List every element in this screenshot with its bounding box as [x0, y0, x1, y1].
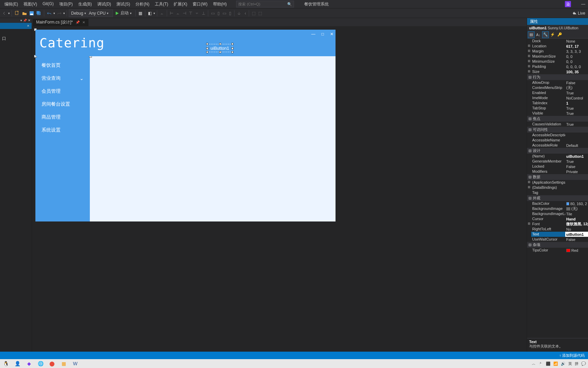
- spacing-icon[interactable]: ⫝: [236, 10, 242, 17]
- property-row[interactable]: ⊞Size100, 35: [527, 69, 588, 74]
- menu-item[interactable]: 工具(T): [152, 0, 171, 8]
- property-category[interactable]: ⊟设计: [527, 148, 588, 154]
- properties-object-selector[interactable]: uiButton1 Sunny.UI.UIButton: [527, 25, 588, 31]
- designer-surface[interactable]: ▣ ▣ ▣ Catering — □ ✕ uiButton1: [32, 26, 527, 352]
- align-center-icon[interactable]: ⫠: [175, 10, 181, 17]
- tray-icon[interactable]: 💬: [581, 362, 586, 366]
- properties-icon[interactable]: 🔧: [542, 31, 549, 38]
- save-all-icon[interactable]: [35, 10, 42, 17]
- property-row[interactable]: BackgroundImageLayoutTile: [527, 211, 588, 216]
- property-row[interactable]: AccessibleDescription: [527, 133, 588, 138]
- collapse-icon[interactable]: ⊟: [528, 127, 532, 132]
- menu-item[interactable]: 生成(B): [76, 0, 95, 8]
- property-row[interactable]: ⊞Location617, 17: [527, 44, 588, 49]
- resize-handle[interactable]: [206, 43, 208, 45]
- menu-item[interactable]: 编辑(E): [2, 0, 21, 8]
- collapse-icon[interactable]: ⊟: [528, 117, 532, 121]
- spacing-icon[interactable]: ⫞: [243, 10, 247, 17]
- dropdown-icon[interactable]: ▾: [8, 12, 10, 15]
- property-row[interactable]: ImeModeNoControl: [527, 95, 588, 101]
- property-category[interactable]: ⊟杂项: [527, 242, 588, 248]
- property-row[interactable]: AccessibleName: [527, 138, 588, 143]
- menu-item[interactable]: 窗口(W): [190, 0, 210, 8]
- minimize-icon[interactable]: —: [581, 2, 585, 6]
- nav-menu-item[interactable]: 商品管理: [35, 111, 90, 124]
- taskbar-app-icon[interactable]: ⬤: [48, 360, 56, 367]
- nav-menu-item[interactable]: 营业查询⌄: [35, 72, 90, 85]
- resize-handle[interactable]: [231, 43, 233, 45]
- resize-handle[interactable]: [231, 51, 233, 53]
- user-badge[interactable]: 染: [565, 1, 571, 7]
- close-icon[interactable]: ✕: [27, 24, 30, 28]
- property-row[interactable]: ⊞Padding0, 0, 0, 0: [527, 64, 588, 69]
- close-icon[interactable]: ✕: [28, 19, 31, 22]
- order-icon[interactable]: ⬚: [251, 10, 257, 17]
- live-share[interactable]: Live: [572, 11, 585, 16]
- property-row[interactable]: CausesValidationTrue: [527, 122, 588, 127]
- collapse-icon[interactable]: ⊟: [528, 175, 532, 179]
- property-category[interactable]: ⊟可访问性: [527, 127, 588, 133]
- property-row[interactable]: Tag: [527, 190, 588, 195]
- property-row[interactable]: GenerateMemberTrue: [527, 159, 588, 164]
- spacing-icon[interactable]: ▯: [216, 10, 221, 17]
- menu-item[interactable]: 帮助(H): [210, 0, 230, 8]
- align-bot-icon[interactable]: ⊥: [201, 10, 206, 17]
- resize-handle[interactable]: [219, 43, 221, 45]
- toolbox-tab[interactable]: ✕: [0, 23, 32, 29]
- form-content-area[interactable]: [90, 56, 336, 221]
- menu-item[interactable]: 测试(S): [114, 0, 133, 8]
- collapse-icon[interactable]: ⊟: [528, 196, 532, 200]
- document-tab[interactable]: MainForm.cs [设计]* 📌 ✕: [33, 18, 88, 26]
- property-row[interactable]: RightToLeftNo: [527, 227, 588, 232]
- collapse-icon[interactable]: ⊟: [528, 75, 532, 79]
- property-category[interactable]: ⊟焦点: [527, 116, 588, 122]
- align-top-icon[interactable]: ⊤: [188, 10, 193, 17]
- order-icon[interactable]: ⬚: [257, 10, 263, 17]
- tray-wifi-icon[interactable]: 📶: [553, 362, 558, 366]
- undo-icon[interactable]: [46, 10, 53, 17]
- property-category[interactable]: ⊟行为: [527, 74, 588, 80]
- tray-volume-icon[interactable]: 🔊: [561, 362, 566, 366]
- nav-menu-item[interactable]: 系统设置: [35, 124, 90, 137]
- property-row[interactable]: AccessibleRoleDefault: [527, 143, 588, 148]
- property-row[interactable]: BackgroundImage(无): [527, 206, 588, 211]
- dropdown-icon[interactable]: ▾: [20, 19, 22, 22]
- close-icon[interactable]: ✕: [330, 32, 333, 36]
- property-category[interactable]: ⊟数据: [527, 174, 588, 180]
- new-file-icon[interactable]: [14, 10, 20, 17]
- alphabetical-icon[interactable]: A↓: [535, 31, 542, 38]
- dropdown-icon[interactable]: ▾: [63, 12, 65, 15]
- property-category[interactable]: ⊟外观: [527, 195, 588, 201]
- menu-item[interactable]: 扩展(X): [171, 0, 190, 8]
- search-input[interactable]: [238, 2, 287, 6]
- property-row[interactable]: ⊞Margin3, 3, 3, 3: [527, 49, 588, 54]
- property-row[interactable]: ContextMenuStrip(无): [527, 85, 588, 90]
- property-row[interactable]: ⊞MaximumSize0, 0: [527, 54, 588, 59]
- pin-icon[interactable]: 📌: [76, 20, 80, 24]
- config-combo[interactable]: Debug▾: [69, 10, 86, 17]
- resize-handle[interactable]: [219, 51, 221, 53]
- property-pages-icon[interactable]: 🔑: [556, 31, 563, 38]
- menu-item[interactable]: 视图(V): [21, 0, 40, 8]
- property-row[interactable]: VisibleTrue: [527, 111, 588, 116]
- pin-icon[interactable]: 📌: [23, 19, 27, 22]
- dropdown-icon[interactable]: ▾: [53, 12, 55, 15]
- property-row[interactable]: ⊞(DataBindings): [527, 185, 588, 190]
- tray-chevron-icon[interactable]: ︿: [532, 361, 536, 366]
- collapse-icon[interactable]: ⊟: [528, 243, 532, 247]
- save-icon[interactable]: [29, 10, 35, 17]
- property-row[interactable]: UseWaitCursorFalse: [527, 237, 588, 242]
- maximize-icon[interactable]: □: [322, 32, 324, 36]
- tool-icon[interactable]: ◧: [147, 10, 153, 17]
- resize-handle[interactable]: [206, 47, 208, 49]
- property-row[interactable]: TabStopTrue: [527, 106, 588, 111]
- property-row[interactable]: DockNone: [527, 39, 588, 44]
- tray-icon[interactable]: ⬛: [546, 362, 551, 366]
- nav-menu-item[interactable]: 房间餐台设置: [35, 98, 90, 111]
- property-row[interactable]: TipsColorRed: [527, 248, 588, 253]
- property-row[interactable]: ⊞Font微软雅黑, 12pt: [527, 221, 588, 227]
- redo-icon[interactable]: [56, 10, 63, 17]
- properties-grid[interactable]: DockNone⊞Location617, 17⊞Margin3, 3, 3, …: [527, 39, 588, 338]
- property-row[interactable]: AllowDropFalse: [527, 80, 588, 85]
- ime-indicator[interactable]: 拼: [575, 361, 578, 366]
